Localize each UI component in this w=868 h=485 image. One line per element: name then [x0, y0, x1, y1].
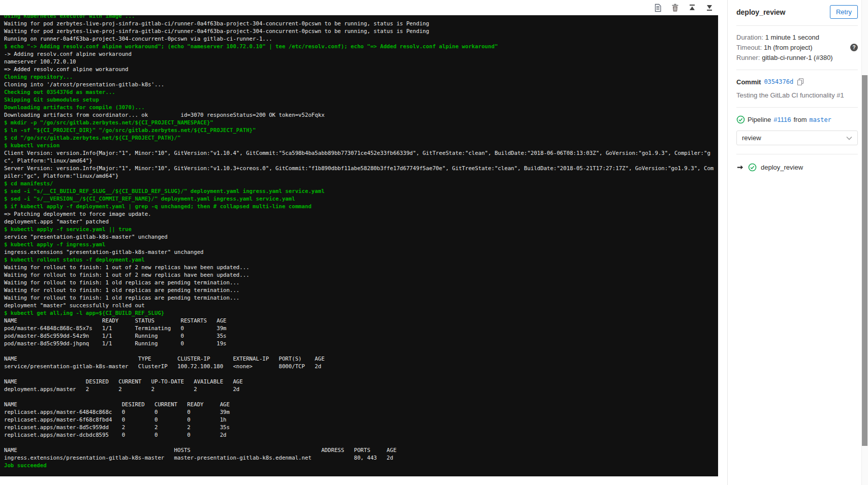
scroll-to-bottom-button[interactable] [705, 3, 714, 12]
stage-dropdown-value: review [742, 134, 761, 142]
pipeline-status-check-icon [736, 115, 745, 124]
pipeline-label: Pipeline [748, 116, 771, 123]
erase-job-log-button[interactable] [670, 3, 679, 12]
timeout-row: Timeout: 1h (from project) ? [736, 42, 858, 52]
trash-icon [671, 4, 679, 12]
pipeline-block: Pipeline #1116 from master review [736, 108, 858, 154]
current-job-arrow-icon [736, 164, 744, 171]
runner-value: gitlab-ci-runner-1 (#380) [762, 54, 832, 61]
job-details-block: Duration: 1 minute 1 second Timeout: 1h … [736, 26, 858, 70]
pipeline-from-label: from [794, 116, 807, 123]
runner-row: Runner: gitlab-ci-runner-1 (#380) [736, 52, 858, 62]
stage-dropdown[interactable]: review [736, 131, 858, 145]
job-sidebar-header: deploy_review Retry [736, 0, 858, 26]
job-log: Using Kubernetes executor with image ...… [0, 15, 718, 476]
commit-block: Commit 0354376d Testing the GitLab CI fu… [736, 70, 858, 108]
copy-commit-sha-button[interactable] [796, 78, 804, 86]
page-scrollbar-thumb[interactable] [862, 75, 867, 446]
stage-jobs-block: deploy_review [736, 154, 858, 180]
job-sidebar: deploy_review Retry Duration: 1 minute 1… [727, 0, 868, 485]
runner-label: Runner: [736, 54, 760, 61]
raw-file-icon [654, 4, 662, 12]
commit-label: Commit [736, 78, 761, 86]
job-title: deploy_review [736, 8, 786, 16]
retry-button[interactable]: Retry [830, 5, 858, 19]
copy-icon [796, 80, 804, 87]
timeout-value: 1h (from project) [764, 44, 812, 51]
scroll-bottom-icon [705, 4, 714, 12]
chevron-down-icon [846, 136, 852, 140]
commit-sha-link[interactable]: 0354376d [764, 78, 793, 85]
duration-label: Duration: [736, 34, 763, 41]
pipeline-ref-link[interactable]: master [810, 116, 831, 123]
scroll-to-top-button[interactable] [688, 3, 697, 12]
stage-job-row-deploy-review[interactable]: deploy_review [736, 163, 858, 172]
timeout-help-icon[interactable]: ? [850, 44, 858, 51]
stage-job-name: deploy_review [761, 164, 803, 171]
raw-job-log-button[interactable] [653, 3, 662, 12]
duration-value: 1 minute 1 second [765, 34, 819, 41]
job-status-check-icon [748, 163, 757, 172]
commit-message: Testing the GitLab CI functionality #1 [736, 91, 858, 99]
job-log-toolbar [0, 0, 721, 15]
pipeline-id-link[interactable]: #1116 [773, 116, 791, 123]
timeout-label: Timeout: [736, 44, 762, 51]
duration-row: Duration: 1 minute 1 second [736, 32, 858, 42]
page-scrollbar-track[interactable] [861, 0, 868, 485]
scroll-top-icon [688, 4, 696, 12]
